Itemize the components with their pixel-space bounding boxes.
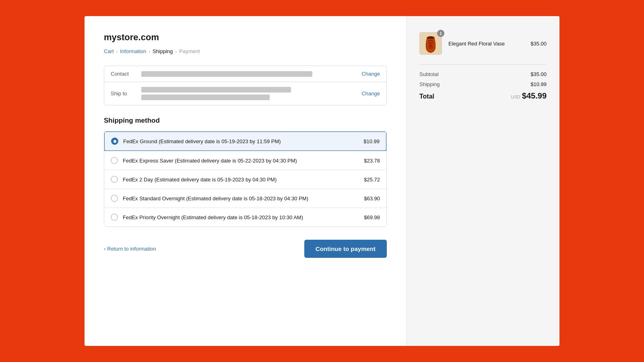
shipping-option-4[interactable]: FedEx Priority Overnight (Estimated deli… — [104, 208, 386, 226]
breadcrumb-sep-3: › — [175, 49, 177, 54]
right-panel: 1 Elegant Red Floral Vase $35.00 Subtota… — [407, 16, 559, 346]
left-panel: mystore.com Cart › Information › Shippin… — [85, 16, 407, 346]
shipping-option-0[interactable]: FedEx Ground (Estimated delivery date is… — [104, 131, 387, 151]
ship-to-label: Ship to — [111, 90, 135, 97]
shipping-label-1: FedEx Express Saver (Estimated delivery … — [123, 158, 359, 164]
shipping-label: Shipping — [419, 81, 440, 87]
shipping-price-4: $69.98 — [364, 214, 380, 220]
summary-divider-1 — [419, 64, 547, 65]
breadcrumb-sep-2: › — [149, 49, 150, 54]
ship-to-bar-1 — [141, 87, 291, 93]
ship-to-row: Ship to Change — [104, 82, 386, 105]
shipping-options-list: FedEx Ground (Estimated delivery date is… — [104, 131, 387, 227]
total-right: USD $45.99 — [511, 91, 547, 101]
shipping-option-1[interactable]: FedEx Express Saver (Estimated delivery … — [104, 151, 386, 170]
contact-value — [141, 71, 355, 77]
total-label: Total — [419, 93, 434, 100]
breadcrumb-payment: Payment — [179, 48, 200, 54]
product-row: 1 Elegant Red Floral Vase $35.00 — [419, 32, 547, 55]
total-currency: USD — [511, 95, 520, 99]
shipping-price-1: $23.78 — [364, 158, 380, 164]
shipping-price-3: $63.90 — [364, 195, 380, 202]
product-price: $35.00 — [530, 41, 547, 47]
ship-to-bar-2 — [141, 95, 270, 100]
breadcrumb-information[interactable]: Information — [120, 48, 146, 54]
shipping-price-2: $25.72 — [364, 177, 380, 183]
shipping-value: $10.99 — [530, 81, 547, 87]
subtotal-value: $35.00 — [530, 71, 547, 77]
svg-rect-5 — [428, 37, 433, 38]
back-chevron-icon: ‹ — [104, 246, 105, 252]
product-name: Elegant Red Floral Vase — [448, 41, 524, 47]
subtotal-label: Subtotal — [419, 71, 439, 77]
radio-fedex-priority-overnight — [111, 214, 118, 221]
breadcrumb-sep-1: › — [116, 49, 118, 54]
product-image-wrap: 1 — [419, 32, 442, 55]
shipping-row: Shipping $10.99 — [419, 81, 547, 87]
radio-fedex-express-saver — [111, 157, 118, 164]
store-name: mystore.com — [104, 32, 387, 43]
contact-change-link[interactable]: Change — [361, 71, 380, 77]
checkout-container: mystore.com Cart › Information › Shippin… — [85, 16, 559, 346]
radio-fedex-standard-overnight — [111, 195, 118, 202]
continue-to-payment-button[interactable]: Continue to payment — [304, 240, 387, 258]
svg-point-3 — [429, 43, 432, 47]
breadcrumb: Cart › Information › Shipping › Payment — [104, 48, 387, 54]
subtotal-row: Subtotal $35.00 — [419, 71, 547, 77]
shipping-price-0: $10.99 — [363, 138, 380, 144]
breadcrumb-shipping: Shipping — [153, 48, 173, 54]
product-badge: 1 — [437, 30, 444, 37]
total-value: $45.99 — [522, 91, 547, 101]
back-to-information-link[interactable]: ‹ Return to information — [104, 246, 156, 252]
footer-actions: ‹ Return to information Continue to paym… — [104, 240, 387, 258]
shipping-label-4: FedEx Priority Overnight (Estimated deli… — [123, 214, 359, 220]
total-row: Total USD $45.99 — [419, 91, 547, 101]
back-label: Return to information — [107, 246, 156, 252]
shipping-option-3[interactable]: FedEx Standard Overnight (Estimated deli… — [104, 189, 386, 208]
ship-to-change-link[interactable]: Change — [361, 90, 380, 97]
contact-label: Contact — [111, 71, 135, 77]
ship-to-value — [141, 87, 355, 100]
shipping-method-title: Shipping method — [104, 117, 387, 125]
info-card: Contact Change Ship to Change — [104, 66, 387, 105]
radio-fedex-2day — [111, 176, 118, 183]
contact-row: Contact Change — [104, 66, 386, 82]
shipping-label-2: FedEx 2 Day (Estimated delivery date is … — [123, 177, 359, 183]
breadcrumb-cart[interactable]: Cart — [104, 48, 114, 54]
shipping-option-2[interactable]: FedEx 2 Day (Estimated delivery date is … — [104, 170, 386, 189]
shipping-label-0: FedEx Ground (Estimated delivery date is… — [123, 138, 359, 144]
shipping-label-3: FedEx Standard Overnight (Estimated deli… — [123, 195, 359, 202]
contact-bar — [141, 71, 312, 77]
radio-fedex-ground — [111, 138, 118, 145]
